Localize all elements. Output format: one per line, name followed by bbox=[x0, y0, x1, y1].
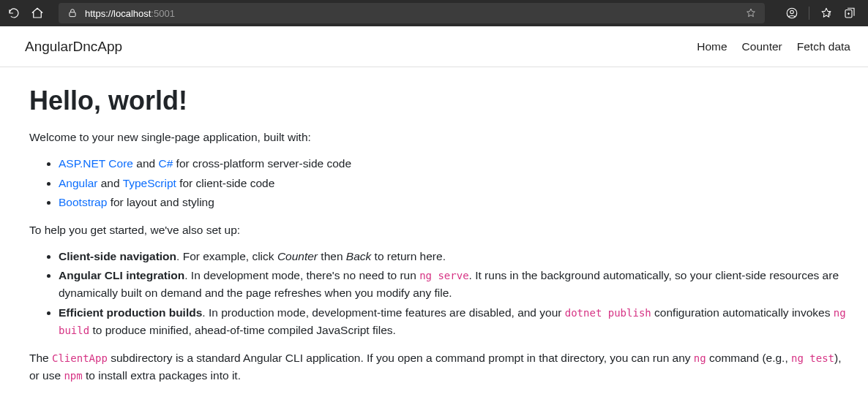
link-typescript[interactable]: TypeScript bbox=[123, 177, 176, 189]
home-icon[interactable] bbox=[31, 7, 44, 20]
favorites-icon[interactable] bbox=[820, 7, 833, 20]
nav-counter[interactable]: Counter bbox=[742, 40, 782, 53]
stack-list: ASP.NET Core and C# for cross-platform s… bbox=[59, 155, 850, 211]
refresh-icon[interactable] bbox=[7, 7, 20, 20]
nav-links: Home Counter Fetch data bbox=[697, 40, 850, 53]
list-item: ASP.NET Core and C# for cross-platform s… bbox=[59, 155, 850, 173]
code-dotnet-publish: dotnet publish bbox=[565, 307, 651, 319]
app-navbar: AngularDncApp Home Counter Fetch data bbox=[0, 26, 868, 67]
list-item: Angular CLI integration. In development … bbox=[59, 267, 850, 302]
browser-toolbar: https://localhost:5001 bbox=[0, 0, 868, 26]
link-aspnet-core[interactable]: ASP.NET Core bbox=[59, 157, 133, 170]
nav-home[interactable]: Home bbox=[697, 40, 727, 53]
brand-title[interactable]: AngularDncApp bbox=[25, 39, 122, 55]
url-text: https://localhost:5001 bbox=[85, 8, 738, 19]
link-bootstrap[interactable]: Bootstrap bbox=[59, 196, 107, 208]
list-item: Angular and TypeScript for client-side c… bbox=[59, 175, 850, 192]
list-item: Bootstrap for layout and styling bbox=[59, 194, 850, 211]
lock-icon bbox=[66, 7, 79, 20]
chrome-right-controls bbox=[785, 7, 856, 20]
features-list: Client-side navigation. For example, cli… bbox=[59, 248, 850, 339]
collections-icon[interactable] bbox=[843, 7, 856, 20]
code-ng: ng bbox=[694, 352, 706, 364]
link-csharp[interactable]: C# bbox=[158, 157, 173, 170]
svg-point-2 bbox=[790, 10, 794, 14]
address-bar[interactable]: https://localhost:5001 bbox=[59, 3, 765, 23]
nav-fetch-data[interactable]: Fetch data bbox=[797, 40, 850, 53]
link-angular[interactable]: Angular bbox=[59, 177, 97, 189]
page-title: Hello, world! bbox=[29, 80, 850, 121]
code-npm: npm bbox=[64, 370, 82, 382]
clientapp-note: The ClientApp subdirectory is a standard… bbox=[29, 349, 850, 384]
code-ng-test: ng test bbox=[791, 352, 834, 364]
list-item: Efficient production builds. In producti… bbox=[59, 304, 850, 339]
list-item: Client-side navigation. For example, cli… bbox=[59, 248, 850, 265]
profile-icon[interactable] bbox=[785, 7, 798, 20]
code-clientapp: ClientApp bbox=[52, 352, 108, 364]
divider bbox=[809, 7, 809, 20]
intro-text: Welcome to your new single-page applicat… bbox=[29, 129, 850, 146]
svg-rect-0 bbox=[70, 12, 75, 17]
page-content: Hello, world! Welcome to your new single… bbox=[0, 67, 868, 394]
code-ng-serve: ng serve bbox=[419, 270, 468, 281]
setup-intro: To help you get started, we've also set … bbox=[29, 221, 850, 239]
star-outline-icon[interactable] bbox=[744, 7, 757, 20]
